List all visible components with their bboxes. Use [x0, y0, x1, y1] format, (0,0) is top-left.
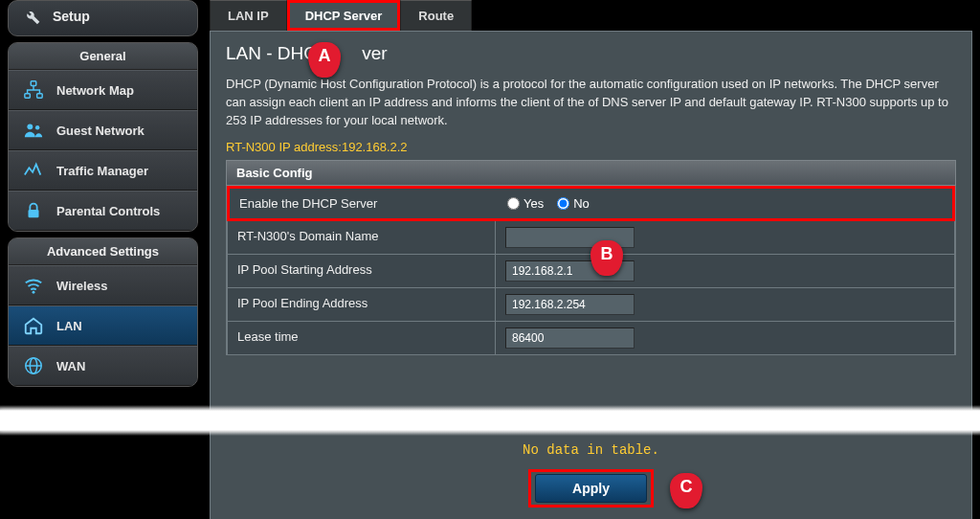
row-pool-end: IP Pool Ending Address [227, 288, 955, 322]
sidebar-item-wan[interactable]: WAN [9, 346, 197, 386]
sidebar-item-lan[interactable]: LAN [9, 305, 197, 346]
svg-rect-0 [31, 81, 36, 86]
sidebar-item-network-map[interactable]: Network Map [9, 70, 197, 110]
svg-rect-1 [25, 94, 30, 99]
traffic-manager-icon [20, 159, 47, 182]
sidebar-item-label: Guest Network [56, 124, 145, 138]
pool-start-label: IP Pool Starting Address [228, 255, 496, 287]
setup-button[interactable]: Setup [8, 0, 198, 36]
page-title-suffix: ver [362, 43, 387, 63]
lower-panel: No data in table. Apply [210, 429, 972, 519]
guest-network-icon [20, 119, 47, 142]
sidebar-general-group: General Network Map Guest Network Traffi… [8, 42, 198, 232]
row-domain-name: RT-N300's Domain Name [227, 221, 955, 255]
yes-label: Yes [523, 196, 544, 211]
row-pool-start: IP Pool Starting Address [227, 255, 955, 288]
basic-config-block: Enable the DHCP Server Yes No RT-N300's [226, 186, 956, 355]
domain-name-input[interactable] [505, 227, 635, 248]
tab-dhcp-server[interactable]: DHCP Server [287, 0, 401, 31]
sidebar-item-parental-controls[interactable]: Parental Controls [9, 191, 197, 231]
screenshot-tear [0, 410, 980, 431]
row-enable-dhcp: Enable the DHCP Server Yes No [227, 186, 955, 221]
enable-dhcp-radio-yes[interactable] [507, 197, 520, 210]
basic-config-header: Basic Config [226, 160, 956, 186]
sidebar-advanced-header: Advanced Settings [9, 238, 197, 265]
sidebar-item-label: Parental Controls [56, 204, 160, 218]
sidebar-general-header: General [9, 43, 197, 70]
router-ip-line: RT-N300 IP address:192.168.2.2 [226, 140, 956, 154]
svg-rect-5 [29, 210, 39, 217]
sidebar-item-label: Wireless [56, 279, 107, 293]
globe-icon [20, 354, 47, 377]
no-label: No [573, 196, 590, 211]
sidebar-item-wireless[interactable]: Wireless [9, 265, 197, 305]
sidebar-item-label: Traffic Manager [56, 164, 148, 178]
apply-button[interactable]: Apply [535, 474, 647, 503]
network-map-icon [20, 79, 47, 102]
row-lease-time: Lease time [227, 322, 955, 354]
home-icon [20, 314, 47, 337]
tab-route[interactable]: Route [400, 0, 472, 31]
enable-dhcp-radio-no[interactable] [557, 197, 569, 210]
page-title-prefix: LAN - DHC [226, 43, 317, 63]
svg-rect-2 [37, 94, 43, 99]
lease-time-input[interactable] [505, 327, 635, 349]
svg-point-3 [27, 124, 33, 129]
wireless-icon [20, 274, 47, 297]
svg-point-4 [35, 125, 39, 129]
sidebar-item-traffic-manager[interactable]: Traffic Manager [9, 150, 197, 191]
tab-bar: LAN IP DHCP Server Route [210, 0, 972, 31]
sidebar-item-guest-network[interactable]: Guest Network [9, 110, 197, 150]
page-description: DHCP (Dynamic Host Configuration Protoco… [226, 76, 956, 130]
sidebar-item-label: LAN [56, 319, 82, 333]
sidebar-advanced-group: Advanced Settings Wireless LAN WAN [8, 237, 198, 387]
pool-end-label: IP Pool Ending Address [228, 288, 496, 321]
lock-icon [20, 199, 47, 222]
apply-highlight: Apply [528, 469, 654, 508]
tab-lan-ip[interactable]: LAN IP [210, 0, 287, 31]
domain-name-label: RT-N300's Domain Name [228, 221, 496, 254]
sidebar-item-label: Network Map [56, 83, 134, 98]
setup-label: Setup [53, 9, 90, 24]
page-title: LAN - DHCP Server [226, 43, 956, 64]
pool-end-input[interactable] [505, 294, 635, 315]
svg-point-6 [33, 291, 35, 294]
enable-dhcp-yes[interactable]: Yes [507, 196, 544, 211]
pool-start-input[interactable] [505, 260, 635, 282]
enable-dhcp-label: Enable the DHCP Server [230, 189, 498, 218]
wrench-icon [20, 7, 43, 26]
sidebar-item-label: WAN [56, 359, 85, 373]
lease-time-label: Lease time [228, 322, 496, 354]
no-data-message: No data in table. [226, 433, 956, 469]
enable-dhcp-no[interactable]: No [557, 196, 590, 211]
